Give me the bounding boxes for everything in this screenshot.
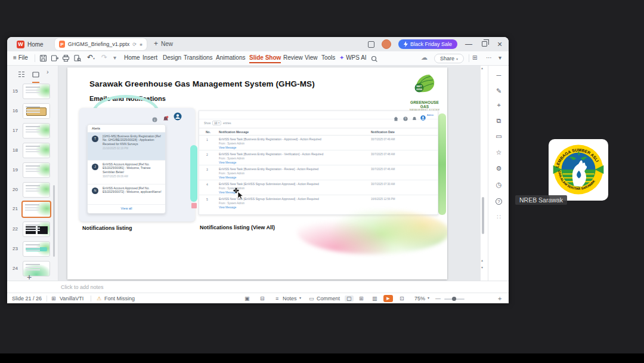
thumb-num: 24 <box>10 266 18 271</box>
outline-view-icon[interactable] <box>18 69 25 80</box>
collapse-pane-icon[interactable]: ─ <box>488 72 509 79</box>
share-button[interactable]: Share ▾ <box>434 54 464 63</box>
redo-button[interactable]: ↷ <box>101 53 107 61</box>
comment-label[interactable]: Comment <box>317 296 340 302</box>
menu-view[interactable]: View <box>305 54 318 61</box>
file-menu[interactable]: ≡ File <box>13 54 28 61</box>
slide-thumbnail-17[interactable] <box>23 123 50 139</box>
lightning-icon <box>404 41 408 47</box>
document-tab[interactable]: P GHGMS_Briefing_v1.pptx ⟳ ✱ <box>55 38 147 50</box>
slide-thumbnail-21-selected[interactable] <box>21 201 51 218</box>
comment-pane-icon[interactable]: ▭ <box>488 133 509 140</box>
more-options-icon[interactable]: ⋯ <box>486 54 492 61</box>
history-icon[interactable]: ◷ <box>488 181 509 189</box>
restore-button[interactable] <box>480 40 488 48</box>
canvas-scrollbar-thumb[interactable] <box>482 197 484 234</box>
save-icon[interactable] <box>39 54 47 62</box>
menu-tools[interactable]: Tools <box>321 54 335 61</box>
task-pane-icon[interactable]: ⊞ <box>472 54 477 61</box>
notes-toggle-icon[interactable]: ≡ <box>275 296 278 302</box>
nreb-seal-icon: LEMBAGA SUMBER ASLI DAN ALAM SEKITAR SAR… <box>551 142 606 197</box>
zoom-slider-handle[interactable] <box>452 297 456 301</box>
svg-text:?: ? <box>405 117 407 121</box>
menu-transitions[interactable]: Transitions <box>184 54 213 61</box>
edit-tools-icon[interactable]: ✎ <box>488 87 509 95</box>
reading-view-icon[interactable]: ▥ <box>372 296 377 302</box>
ghgms-globe-icon: NET 2050 <box>411 72 438 98</box>
slide-thumbnail-16[interactable] <box>23 103 50 119</box>
help-icon[interactable]: ? <box>488 197 509 205</box>
close-button[interactable]: × <box>496 39 504 49</box>
canvas-scrollbar[interactable]: ▴ ▴ ▾ <box>481 66 487 281</box>
thumb-num: 23 <box>10 246 18 251</box>
slide-thumbnail-15[interactable] <box>23 84 50 99</box>
previous-slide-icon[interactable]: ▴ <box>481 258 483 262</box>
print-icon[interactable] <box>62 54 70 62</box>
view-all-link: View all <box>88 205 165 210</box>
qat-more-icon[interactable]: ▾ <box>113 54 116 61</box>
theme-name[interactable]: VanillaVTI <box>60 296 83 302</box>
undo-button[interactable]: ↶▾ <box>87 53 95 61</box>
promo-button[interactable]: Black Friday Sale <box>398 39 457 49</box>
home-tab[interactable]: W Home <box>12 39 48 50</box>
promo-label: Black Friday Sale <box>410 41 452 47</box>
cloud-sync-icon[interactable]: ☁ <box>421 54 428 61</box>
notes-toggle-label[interactable]: Notes <box>283 296 297 302</box>
collapse-ribbon-icon[interactable]: ▾ <box>499 54 501 61</box>
menubar: ≡ File ↶▾ ↷ ▾ Home Insert Design Transit… <box>7 51 509 66</box>
scroll-up-icon[interactable]: ▴ <box>481 66 483 70</box>
slide-view-icon[interactable] <box>32 69 39 83</box>
account-avatar[interactable] <box>382 39 391 49</box>
slideshow-play-button[interactable]: ▶ <box>383 295 393 302</box>
apps-grid-icon[interactable]: ∷ <box>488 213 509 221</box>
zoom-dropdown-icon[interactable]: ▾ <box>428 296 429 300</box>
notes-placeholder: Click to add notes <box>61 284 104 290</box>
zoom-level[interactable]: 75% <box>414 296 425 302</box>
save-as-icon[interactable] <box>51 54 58 62</box>
menu-animations[interactable]: Animations <box>216 54 245 61</box>
favorites-icon[interactable]: ☆ <box>488 149 509 156</box>
new-tab-button[interactable]: + New <box>154 39 173 48</box>
menu-home[interactable]: Home <box>124 54 140 61</box>
editing-canvas: Sarawak Greenhouse Gas Management System… <box>58 66 481 281</box>
multi-window-icon[interactable] <box>368 41 374 48</box>
thumb-num: 20 <box>10 187 18 192</box>
slide-21[interactable]: Sarawak Greenhouse Gas Management System… <box>67 67 447 279</box>
normal-view-icon[interactable]: ▢ <box>345 296 354 302</box>
slide-sorter-view-icon[interactable]: ⊞ <box>359 296 364 302</box>
zoom-in-button[interactable]: + <box>498 295 501 302</box>
next-slide-icon[interactable]: ▾ <box>481 265 483 269</box>
slide-thumbnail-22[interactable] <box>23 222 50 237</box>
comment-icon[interactable]: ▭ <box>309 296 314 302</box>
slide-thumbnail-20[interactable] <box>23 182 50 198</box>
slide-thumbnail-18[interactable] <box>23 143 50 158</box>
alerts-dropdown: Alerts T [GHG-MS] Business Entity Regist… <box>87 124 166 214</box>
select-icon[interactable]: ⌖ <box>488 101 509 109</box>
settings-icon[interactable]: ⚙ <box>488 165 509 173</box>
notes-dropdown-icon[interactable]: ▾ <box>299 296 301 300</box>
design-template-icon[interactable]: ⊞ <box>51 296 56 302</box>
slide-thumbnail-19[interactable] <box>23 162 50 178</box>
thumb-num: 21 <box>10 206 18 211</box>
menu-review[interactable]: Review <box>283 54 303 61</box>
font-missing-label[interactable]: Font Missing <box>104 296 135 302</box>
menu-insert[interactable]: Insert <box>143 54 157 61</box>
shapes-icon[interactable]: ⧉ <box>488 117 509 125</box>
zoom-out-button[interactable]: — <box>435 296 441 302</box>
minimize-button[interactable]: — <box>465 40 473 48</box>
menu-wps-ai[interactable]: ✦ WPS AI <box>339 54 367 61</box>
normal-view-shortcut-icon[interactable]: ▣ <box>244 296 250 302</box>
fullscreen-icon[interactable]: ⊡ <box>400 296 404 302</box>
caption-right: Notifications listing (View All) <box>200 224 275 230</box>
jump-pane-icon[interactable]: ⊟ <box>260 296 265 302</box>
thumbnail-scrollbar[interactable] <box>53 185 55 257</box>
menu-design[interactable]: Design <box>163 54 181 61</box>
expand-panel-icon[interactable]: › <box>47 68 49 75</box>
print-preview-icon[interactable] <box>73 54 81 62</box>
notes-area[interactable]: Click to add notes <box>7 281 509 293</box>
menu-slide-show[interactable]: Slide Show <box>249 54 281 61</box>
search-icon[interactable] <box>371 54 378 65</box>
slide-thumbnail-23[interactable] <box>23 241 50 257</box>
page-size-select: 10▾ <box>212 121 221 125</box>
home-icon <box>394 113 398 124</box>
